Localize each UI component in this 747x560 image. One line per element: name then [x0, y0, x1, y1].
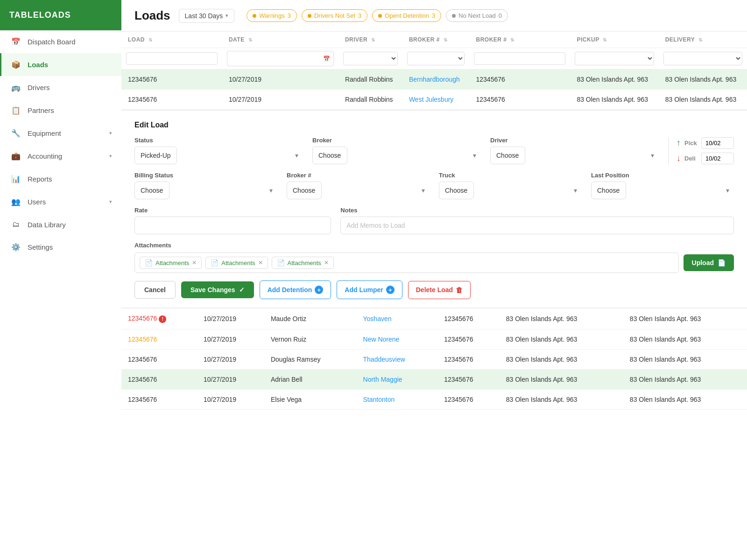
sidebar-item-partners[interactable]: 📋 Partners: [0, 99, 121, 122]
filter-load-input[interactable]: [126, 52, 218, 65]
col-pickup: PICKUP ⇅: [570, 32, 658, 48]
sidebar-item-label: Data Library: [28, 221, 66, 229]
broker[interactable]: West Julesbury: [402, 90, 470, 110]
last-position-select[interactable]: Choose: [591, 182, 626, 199]
file-icon: 📄: [277, 259, 285, 266]
file-icon: 📄: [145, 259, 153, 266]
rate-field: Rate $ 1,100.00: [134, 207, 331, 234]
edit-load-panel: Edit Load Status Picked-Up Delivered Pen…: [121, 110, 747, 308]
sidebar-item-settings[interactable]: ⚙️ Settings: [0, 236, 121, 259]
dispatch-board-icon: 📅: [11, 37, 21, 46]
pickup-date-input[interactable]: [701, 137, 734, 149]
sidebar-item-label: Reports: [28, 175, 52, 183]
cancel-button[interactable]: Cancel: [134, 281, 176, 299]
load-id: 12345676: [121, 349, 197, 369]
broker-id: 12345676: [437, 369, 500, 389]
attachment-chip[interactable]: 📄 Attachments ✕: [140, 257, 202, 269]
badge-no-next-load[interactable]: No Next Load 0: [446, 9, 508, 22]
badge-open-detention[interactable]: Opent Detention 3: [372, 9, 441, 22]
remove-attachment-icon[interactable]: ✕: [324, 259, 329, 266]
delivery-date-input[interactable]: [701, 153, 734, 164]
sidebar-item-drivers[interactable]: 🚌 Drivers: [0, 76, 121, 99]
filter-driver-select[interactable]: [343, 52, 398, 65]
filter-date-input[interactable]: [230, 53, 321, 64]
chevron-icon: ▾: [109, 130, 112, 136]
col-delivery: DELIVERY ⇅: [659, 32, 747, 48]
broker[interactable]: New Norene: [357, 329, 438, 349]
page-title: Loads: [134, 8, 170, 23]
delete-load-button[interactable]: Delete Load 🗑: [408, 281, 471, 299]
date: 10/27/2019: [222, 90, 338, 110]
remove-attachment-icon[interactable]: ✕: [192, 259, 197, 266]
truck-select[interactable]: Choose: [439, 182, 474, 199]
save-button[interactable]: Save Changes ✓: [181, 281, 254, 298]
loads-icon: 📦: [11, 60, 21, 69]
sort-icon: ⇅: [444, 37, 448, 42]
broker-num-select[interactable]: Choose: [287, 182, 322, 199]
table-area: LOAD ⇅ DATE ⇅ DRIVER ⇅ BROKER # ⇅ BROKER…: [121, 32, 747, 560]
filter-broker-select[interactable]: [407, 52, 465, 65]
last-position-field: Last Position Choose: [591, 172, 734, 199]
attachment-chip[interactable]: 📄 Attachments ✕: [272, 257, 334, 269]
table-row[interactable]: 12345676 10/27/2019 Randall Robbins Bern…: [121, 70, 747, 90]
badge-warnings[interactable]: Warnings 3: [247, 9, 297, 22]
driver: Elsie Vega: [264, 389, 357, 409]
upload-button[interactable]: Upload 📄: [684, 254, 734, 271]
driver-select[interactable]: Choose: [490, 147, 525, 164]
date: 10/27/2019: [197, 389, 264, 409]
attachment-chip[interactable]: 📄 Attachments ✕: [205, 257, 268, 269]
checkmark-icon: ✓: [239, 286, 245, 294]
sort-icon: ⇅: [248, 37, 253, 42]
broker-num-label: Broker #: [287, 172, 430, 179]
broker[interactable]: Stantonton: [357, 389, 438, 409]
filter-brokerid-input[interactable]: [474, 52, 565, 65]
equipment-icon: 🔧: [11, 129, 21, 138]
broker[interactable]: Thaddeusview: [357, 349, 438, 369]
table-row[interactable]: 12345676 10/27/2019 Randall Robbins West…: [121, 90, 747, 110]
table-row[interactable]: 12345676! 10/27/2019 Maude Ortiz Yoshave…: [121, 308, 747, 329]
remove-attachment-icon[interactable]: ✕: [258, 259, 263, 266]
broker[interactable]: North Maggie: [357, 369, 438, 389]
brand-title: TABLELOADS: [9, 10, 112, 20]
badge-group: Warnings 3 Drivers Not Set 3 Opent Deten…: [247, 9, 508, 22]
delivery-label: Deli: [684, 155, 698, 162]
sidebar-item-dispatch-board[interactable]: 📅 Dispatch Board: [0, 30, 121, 53]
sidebar-item-label: Dispatch Board: [28, 38, 76, 46]
add-lumper-button[interactable]: Add Lumper +: [337, 280, 402, 299]
badge-label: Drivers Not Set: [314, 12, 355, 19]
load-id-warning: 12345676: [128, 336, 157, 343]
broker[interactable]: Bernhardborough: [402, 70, 470, 90]
table-row[interactable]: 12345676 10/27/2019 Adrian Bell North Ma…: [121, 369, 747, 389]
status-select[interactable]: Picked-Up Delivered Pending Cancelled: [134, 147, 177, 164]
driver: Douglas Ramsey: [264, 349, 357, 369]
filter-pickup-select[interactable]: [575, 52, 654, 65]
table-row[interactable]: 12345676 10/27/2019 Douglas Ramsey Thadd…: [121, 349, 747, 369]
notes-input[interactable]: [340, 217, 734, 234]
date-filter[interactable]: Last 30 Days ▾: [179, 9, 235, 23]
table-row[interactable]: 12345676 10/27/2019 Vernon Ruiz New Nore…: [121, 329, 747, 349]
broker-id: 12345676: [469, 70, 570, 90]
badge-label: No Next Load: [458, 12, 496, 19]
add-detention-button[interactable]: Add Detention +: [260, 280, 331, 299]
page-header: Loads Last 30 Days ▾ Warnings 3 Drivers …: [121, 0, 747, 32]
warning-icon: !: [159, 315, 166, 323]
col-date: DATE ⇅: [222, 32, 338, 48]
badge-drivers-not-set[interactable]: Drivers Not Set 3: [302, 9, 367, 22]
drivers-icon: 🚌: [11, 83, 21, 92]
sidebar-item-equipment[interactable]: 🔧 Equipment ▾: [0, 122, 121, 145]
table-row[interactable]: 12345676 10/27/2019 Elsie Vega Stantonto…: [121, 389, 747, 409]
filter-delivery-select[interactable]: [663, 52, 742, 65]
billing-status-select[interactable]: Choose: [134, 182, 169, 199]
sidebar-item-label: Users: [28, 198, 46, 206]
chevron-icon: ▾: [109, 153, 112, 159]
badge-dot: [378, 14, 382, 18]
broker-id: 12345676: [437, 389, 500, 409]
sidebar-item-accounting[interactable]: 💼 Accounting ▾: [0, 145, 121, 168]
sidebar-item-reports[interactable]: 📊 Reports: [0, 168, 121, 190]
broker-select[interactable]: Choose: [312, 147, 347, 164]
sidebar-item-loads[interactable]: 📦 Loads: [0, 53, 121, 76]
broker[interactable]: Yoshaven: [357, 308, 438, 329]
sidebar-item-data-library[interactable]: 🗂 Data Library: [0, 213, 121, 236]
rate-input[interactable]: $ 1,100.00: [134, 217, 331, 234]
sidebar-item-users[interactable]: 👥 Users ▾: [0, 190, 121, 213]
